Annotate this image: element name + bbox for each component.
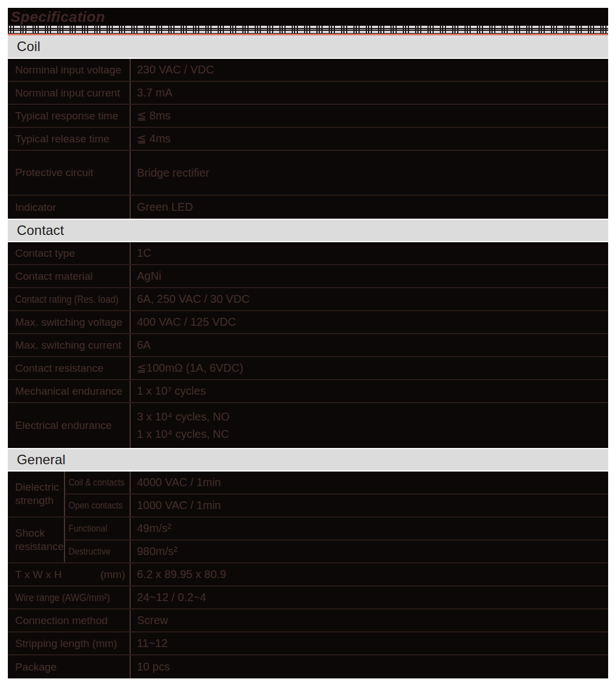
spec-label-text: Norminal input voltage bbox=[15, 64, 121, 76]
spec-value-line: 1 x 10⁴ cycles, NC bbox=[137, 426, 229, 443]
spec-row: Typical response time≦ 8ms bbox=[8, 105, 608, 128]
spec-value: 6.2 x 89.95 x 80.9 bbox=[131, 563, 608, 585]
spec-table-coil: Norminal input voltage230 VAC / VDCNormi… bbox=[8, 59, 608, 219]
spec-label-text: Norminal input current bbox=[15, 87, 120, 99]
spec-value-line: 1000 VAC / 1min bbox=[137, 497, 221, 514]
spec-label: Max. switching current bbox=[8, 334, 131, 356]
spec-value: 11~12 bbox=[131, 632, 608, 654]
spec-value: ≦ 8ms bbox=[131, 105, 608, 127]
spec-value: 1000 VAC / 1min bbox=[131, 495, 608, 516]
spec-subrow: Functional49m/s² bbox=[65, 518, 608, 540]
spec-sections: CoilNorminal input voltage230 VAC / VDCN… bbox=[8, 35, 608, 678]
spec-sublabel: Coil & contacts bbox=[65, 472, 131, 493]
spec-row: Stripping length (mm)11~12 bbox=[8, 632, 608, 655]
spec-label: Typical release time bbox=[8, 128, 131, 150]
spec-row: Wire range (AWG/mm²)24~12 / 0.2~4 bbox=[8, 586, 608, 609]
spec-row: Electrical endurance3 x 10⁴ cycles, NO1 … bbox=[8, 403, 608, 448]
spec-value: ≦ 4ms bbox=[131, 128, 608, 150]
spec-subrow: Open contacts1000 VAC / 1min bbox=[65, 495, 608, 516]
spec-subrow: Coil & contacts4000 VAC / 1min bbox=[65, 472, 608, 495]
spec-group-row: Dielectric strengthCoil & contacts4000 V… bbox=[8, 472, 608, 518]
spec-row: Protective circuitBridge rectifier bbox=[8, 151, 608, 196]
spec-label-text: Electrical endurance bbox=[15, 419, 112, 432]
spec-value-line: 49m/s² bbox=[137, 520, 171, 537]
datasheet-page: Specification CoilNorminal input voltage… bbox=[0, 0, 616, 693]
spec-sublabel: Open contacts bbox=[65, 495, 131, 516]
spec-value: 10 pcs bbox=[131, 655, 608, 678]
spec-value-line: Green LED bbox=[137, 198, 193, 216]
decorative-barcode-strip bbox=[8, 25, 608, 34]
spec-value-line: 3.7 mA bbox=[137, 84, 172, 101]
spec-label-text: Contact rating (Res. load) bbox=[15, 293, 118, 306]
spec-label: Stripping length (mm) bbox=[8, 632, 131, 654]
spec-value: 49m/s² bbox=[131, 518, 608, 539]
spec-label: Contact material bbox=[8, 265, 131, 287]
spec-value: 400 VAC / 125 VDC bbox=[131, 311, 608, 333]
spec-value: 230 VAC / VDC bbox=[131, 59, 608, 81]
spec-value-line: 980m/s² bbox=[137, 543, 177, 560]
spec-value: 980m/s² bbox=[131, 540, 608, 562]
spec-label: Protective circuit bbox=[8, 151, 131, 195]
spec-value: 4000 VAC / 1min bbox=[131, 472, 608, 493]
spec-label: Max. switching voltage bbox=[8, 311, 131, 333]
spec-value-line: AgNi bbox=[137, 267, 161, 285]
spec-value: AgNi bbox=[131, 265, 608, 287]
spec-label: Contact type bbox=[8, 242, 131, 264]
spec-label-text: Typical release time bbox=[15, 133, 109, 145]
spec-subrows: Coil & contacts4000 VAC / 1minOpen conta… bbox=[65, 472, 608, 516]
spec-label: Norminal input voltage bbox=[8, 59, 131, 81]
spec-row: Package10 pcs bbox=[8, 655, 608, 678]
spec-label: Mechanical endurance bbox=[8, 380, 131, 402]
spec-sublabel-text: Coil & contacts bbox=[68, 477, 125, 488]
spec-value-line: ≦ 4ms bbox=[137, 130, 171, 147]
spec-value-line: 24~12 / 0.2~4 bbox=[137, 589, 206, 606]
spec-label-text: Contact resistance bbox=[15, 362, 103, 375]
spec-table-general: Dielectric strengthCoil & contacts4000 V… bbox=[8, 472, 608, 678]
section-title-contact: Contact bbox=[17, 223, 64, 238]
spec-row: Connection methodScrew bbox=[8, 609, 608, 632]
spec-value: 1 x 10⁷ cycles bbox=[131, 380, 608, 402]
spec-sublabel: Destructive bbox=[65, 540, 131, 562]
spec-value: Bridge rectifier bbox=[131, 151, 608, 195]
spec-value: 3 x 10⁴ cycles, NO1 x 10⁴ cycles, NC bbox=[131, 403, 608, 448]
spec-label-unit: (mm) bbox=[100, 569, 125, 581]
spec-row: Contact resistance≦100mΩ (1A, 6VDC) bbox=[8, 357, 608, 380]
spec-sublabel-text: Functional bbox=[68, 523, 107, 534]
spec-value-line: 400 VAC / 125 VDC bbox=[137, 313, 236, 331]
spec-group-label: Dielectric strength bbox=[8, 472, 65, 516]
spec-label-text: Wire range (AWG/mm²) bbox=[15, 592, 110, 604]
spec-label-text: Stripping length (mm) bbox=[15, 637, 117, 650]
spec-row: Norminal input current3.7 mA bbox=[8, 82, 608, 105]
section-header-general: General bbox=[8, 449, 608, 470]
spec-label-text: T x W x H bbox=[15, 569, 62, 581]
section-title-coil: Coil bbox=[17, 39, 40, 54]
page-title: Specification bbox=[11, 10, 105, 24]
title-bar: Specification bbox=[8, 8, 608, 25]
spec-label: T x W x H(mm) bbox=[8, 563, 131, 585]
spec-label-text: Package bbox=[15, 661, 57, 673]
spec-value-line: Bridge rectifier bbox=[137, 164, 209, 182]
spec-row: Norminal input voltage230 VAC / VDC bbox=[8, 59, 608, 82]
spec-value: 24~12 / 0.2~4 bbox=[131, 586, 608, 608]
spec-row: IndicatorGreen LED bbox=[8, 196, 608, 219]
spec-table-contact: Contact type1CContact materialAgNiContac… bbox=[8, 242, 608, 448]
spec-group-label: Shock resistance bbox=[8, 518, 65, 562]
spec-subrow: Destructive980m/s² bbox=[65, 540, 608, 562]
spec-label: Electrical endurance bbox=[8, 403, 131, 448]
spec-row: Contact materialAgNi bbox=[8, 265, 608, 288]
spec-row: Max. switching current6A bbox=[8, 334, 608, 357]
spec-label-text: Contact material bbox=[15, 270, 93, 283]
spec-row: Typical release time≦ 4ms bbox=[8, 128, 608, 151]
spec-sublabel-text: Open contacts bbox=[68, 500, 122, 511]
spec-value-line: 10 pcs bbox=[137, 658, 170, 676]
spec-value-line: 6A bbox=[137, 336, 150, 354]
spec-label: Norminal input current bbox=[8, 82, 131, 104]
spec-label-text: Protective circuit bbox=[15, 167, 93, 179]
spec-value-line: 230 VAC / VDC bbox=[137, 61, 214, 78]
section-header-contact: Contact bbox=[8, 220, 608, 241]
spec-value: 3.7 mA bbox=[131, 82, 608, 104]
spec-subrows: Functional49m/s²Destructive980m/s² bbox=[65, 518, 608, 562]
spec-label: Connection method bbox=[8, 609, 131, 631]
spec-label-text: Mechanical endurance bbox=[15, 385, 122, 398]
spec-sublabel: Functional bbox=[65, 518, 131, 539]
